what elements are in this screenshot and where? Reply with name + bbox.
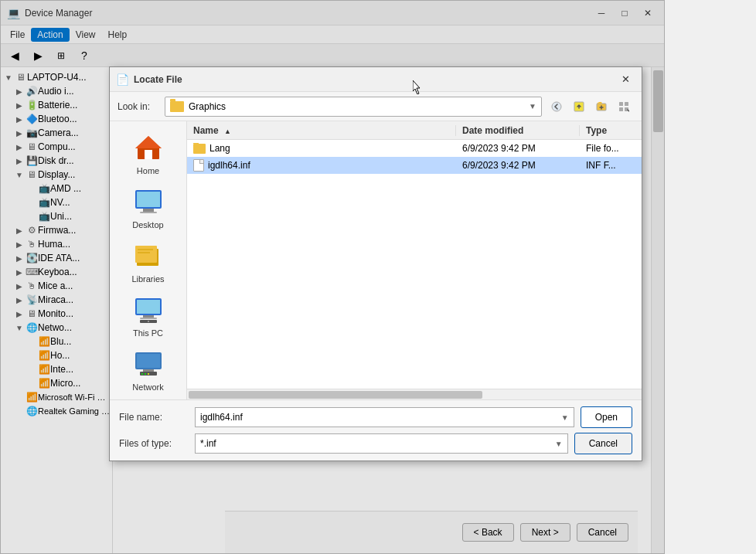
menu-action[interactable]: Action (31, 28, 69, 42)
tree-uni-label: Uni... (50, 211, 72, 222)
hscroll-thumb[interactable] (189, 391, 482, 399)
place-network[interactable]: Network (114, 344, 182, 396)
file-row-igdlh64[interactable]: igdlh64.inf 6/9/2023 9:42 PM INF F... (187, 157, 642, 174)
tree-network[interactable]: ▼ 🌐 Netwo... (1, 321, 112, 335)
file-row-lang[interactable]: Lang 6/9/2023 9:42 PM File fo... (187, 140, 642, 157)
sort-arrow-icon: ▲ (224, 127, 231, 135)
file-hscrollbar[interactable] (187, 389, 642, 399)
tree-realtek[interactable]: ▶ 🌐 Realtek Gaming GbE Family Controller (1, 404, 112, 418)
app-icon: 💻 (7, 7, 20, 19)
next-wizard-btn[interactable]: Next > (520, 523, 570, 542)
home-icon (134, 133, 163, 162)
tree-cameras-label: Camera... (38, 127, 79, 138)
tree-nv[interactable]: ▶ 📺 NV... (1, 195, 112, 209)
scrollbar[interactable] (651, 67, 664, 553)
network-icon (134, 349, 163, 379)
tree-batteries[interactable]: ▶ 🔋 Batterie... (1, 98, 112, 112)
place-home[interactable]: Home (114, 127, 182, 180)
dialog-close-button[interactable]: ✕ (615, 71, 635, 88)
dialog-titlebar: 📄 Locate File ✕ (110, 67, 642, 92)
computer-icon: 🖥 (26, 141, 38, 153)
back-wizard-btn[interactable]: < Back (462, 523, 514, 542)
tree-monitors[interactable]: ▶ 🖥 Monito... (1, 307, 112, 321)
lookin-dropdown[interactable]: Graphics ▼ (165, 97, 542, 117)
filename-row: File name: igdlh64.inf ▼ Open (119, 406, 632, 428)
tree-root[interactable]: ▼ 🖥 LAPTOP-U4... (1, 70, 112, 84)
nav-up-btn[interactable] (569, 97, 589, 117)
monitors-icon: 🖥 (26, 308, 38, 320)
tree-human[interactable]: ▶ 🖱 Huma... (1, 237, 112, 251)
ideata-icon: 💽 (26, 252, 38, 264)
tree-wifidirect-label: Microsoft Wi-Fi Direct Virtual Adapter #… (38, 393, 111, 402)
tree-ho-label: Ho... (50, 350, 70, 361)
nav-view-btn[interactable] (614, 97, 634, 117)
tree-mice[interactable]: ▶ 🖱 Mice a... (1, 279, 112, 293)
tree-display-label: Display... (38, 169, 75, 180)
place-desktop[interactable]: Desktop (114, 182, 182, 234)
toolbar: ◀ ▶ ⊞ ? (1, 44, 664, 67)
tree-audio[interactable]: ▶ 🔊 Audio i... (1, 84, 112, 98)
tree-ideata-label: IDE ATA... (38, 253, 80, 263)
scrollbar-thumb[interactable] (653, 70, 663, 132)
tree-ho[interactable]: ▶ 📶 Ho... (1, 348, 112, 362)
menu-view[interactable]: View (70, 28, 102, 42)
tree-batteries-label: Batterie... (38, 100, 77, 110)
ho-icon: 📶 (38, 349, 50, 362)
open-button[interactable]: Open (581, 406, 632, 428)
tree-miracast[interactable]: ▶ 📡 Miraca... (1, 293, 112, 307)
forward-toolbar-btn[interactable]: ▶ (27, 46, 49, 65)
battery-icon: 🔋 (26, 99, 38, 111)
cancel-dialog-button[interactable]: Cancel (574, 433, 632, 454)
maximize-button[interactable]: □ (615, 5, 635, 21)
minimize-button[interactable]: ─ (591, 5, 611, 21)
place-network-label: Network (132, 382, 163, 392)
svg-rect-12 (137, 192, 160, 207)
tree-diskdrive-label: Disk dr... (38, 155, 74, 166)
col-header-type: Type (580, 125, 642, 136)
svg-rect-26 (137, 354, 160, 368)
tree-firmware[interactable]: ▶ ⚙ Firmwa... (1, 223, 112, 237)
tree-wifidirect[interactable]: ▶ 📶 Microsoft Wi-Fi Direct Virtual Adapt… (1, 390, 112, 404)
app-title: Device Manager (25, 8, 92, 19)
tree-uni[interactable]: ▶ 📺 Uni... (1, 209, 112, 223)
nav-newfolder-btn[interactable] (591, 97, 611, 117)
close-button[interactable]: ✕ (638, 5, 658, 21)
tree-keyboard[interactable]: ▶ ⌨ Keyboa... (1, 265, 112, 279)
help-toolbar-btn[interactable]: ? (73, 46, 95, 65)
filetype-row: Files of type: *.inf ▼ Cancel (119, 433, 632, 454)
realtek-icon: 🌐 (26, 405, 38, 417)
tree-computer[interactable]: ▶ 🖥 Compu... (1, 140, 112, 154)
tree-cameras[interactable]: ▶ 📷 Camera... (1, 126, 112, 140)
col-header-name[interactable]: Name ▲ (187, 125, 456, 136)
nav-back-btn[interactable] (547, 97, 567, 117)
place-libraries[interactable]: Libraries (114, 236, 182, 288)
menu-help[interactable]: Help (102, 28, 134, 42)
place-thispc-label: This PC (133, 328, 163, 338)
filename-input[interactable]: igdlh64.inf ▼ (195, 407, 574, 427)
tree-inte[interactable]: ▶ 📶 Inte... (1, 362, 112, 376)
cancel-wizard-btn[interactable]: Cancel (577, 523, 628, 542)
bluetooth-icon: 🔷 (26, 113, 38, 125)
menu-file[interactable]: File (4, 28, 31, 42)
place-thispc[interactable]: This PC (114, 290, 182, 342)
dialog-bottom: File name: igdlh64.inf ▼ Open Files of t… (110, 399, 642, 461)
filetype-value: *.inf (200, 438, 555, 449)
tree-micro[interactable]: ▶ 📶 Micro... (1, 376, 112, 390)
tree-diskdrive[interactable]: ▶ 💾 Disk dr... (1, 154, 112, 168)
tree-bluetooth[interactable]: ▶ 🔷 Bluetoo... (1, 112, 112, 126)
tree-display[interactable]: ▼ 🖥 Display... (1, 168, 112, 182)
wizard-panel: < Back Next > Cancel (225, 511, 638, 553)
libraries-icon (134, 241, 163, 270)
filetype-input[interactable]: *.inf ▼ (195, 433, 568, 454)
svg-rect-17 (138, 249, 153, 250)
tree-amd[interactable]: ▶ 📺 AMD ... (1, 182, 112, 195)
tree-blu[interactable]: ▶ 📶 Blu... (1, 335, 112, 348)
svg-point-30 (145, 373, 146, 375)
file-date-igdlh64: 6/9/2023 9:42 PM (456, 160, 580, 171)
nv-icon: 📺 (38, 196, 50, 209)
tree-ideata[interactable]: ▶ 💽 IDE ATA... (1, 251, 112, 265)
audio-icon: 🔊 (26, 85, 38, 97)
grid-toolbar-btn[interactable]: ⊞ (50, 46, 72, 65)
display-icon: 🖥 (26, 168, 38, 181)
back-toolbar-btn[interactable]: ◀ (4, 46, 26, 65)
